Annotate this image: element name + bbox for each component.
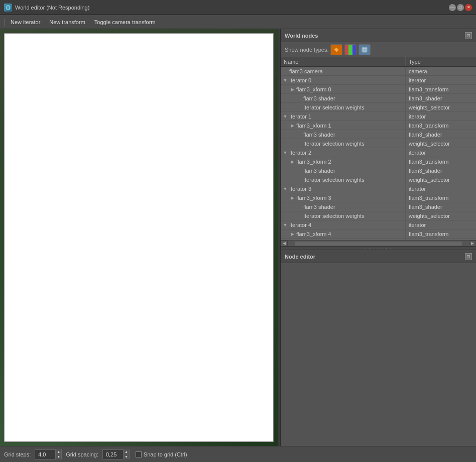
tree-row[interactable]: ▼Iterator 1iterator [281, 112, 476, 121]
tree-row[interactable]: flam3 shaderflam3_shader [281, 166, 476, 175]
tree-cell-name: ▼Iterator 0 [281, 76, 406, 84]
tree-row[interactable]: ▶flam3_xform 4flam3_transform [281, 229, 476, 239]
grid-steps-up-button[interactable]: ▲ [55, 449, 61, 454]
scrollbar-track[interactable] [295, 242, 462, 246]
grid-spacing-spinner[interactable]: 0,25 ▲ ▼ [102, 449, 130, 459]
tree-row[interactable]: ▼Iterator 3iterator [281, 184, 476, 193]
tree-cell-name: ▶flam3_xform 3 [281, 193, 406, 202]
grid-steps-down-button[interactable]: ▼ [55, 454, 61, 459]
tree-node-name: flam3_xform 0 [296, 86, 331, 92]
tree-node-name: flam3 shader [303, 95, 335, 101]
world-nodes-header: World nodes ⊡ [281, 29, 476, 42]
world-nodes-expand-button[interactable]: ⊡ [465, 32, 472, 39]
tree-node-name: Iterator 3 [289, 186, 311, 192]
tree-node-name: Iterator selection weights [303, 177, 365, 183]
node-type-color-button[interactable] [344, 44, 356, 55]
collapse-icon[interactable]: ▶ [290, 87, 295, 92]
tree-row[interactable]: ▶flam3_xform 0flam3_transform [281, 85, 476, 94]
tree-cell-type: flam3_transform [406, 86, 476, 92]
tree-row[interactable]: Iterator selection weightsweights_select… [281, 211, 476, 220]
node-type-orange-button[interactable] [330, 44, 342, 55]
tree-cell-type: flam3_shader [406, 204, 476, 210]
collapse-icon[interactable]: ▶ [290, 195, 295, 200]
tree-row[interactable]: flam3 cameracamera [281, 67, 476, 76]
menu-bar: New iterator New transform Toggle camera… [0, 15, 476, 29]
collapse-icon[interactable]: ▼ [283, 186, 288, 191]
canvas-content[interactable] [4, 33, 274, 442]
tree-row[interactable]: Iterator selection weightsweights_select… [281, 139, 476, 148]
tree-cell-type: flam3_shader [406, 132, 476, 138]
grid-spacing-down-button[interactable]: ▼ [123, 454, 129, 459]
tree-node-name: flam3 camera [289, 68, 323, 74]
menu-item-new-transform[interactable]: New transform [45, 18, 89, 27]
grid-spacing-up-button[interactable]: ▲ [123, 449, 129, 454]
collapse-icon[interactable]: ▶ [290, 232, 295, 237]
collapse-icon[interactable]: ▶ [290, 123, 295, 128]
tree-cell-type: iterator [406, 186, 476, 192]
node-type-cube-button[interactable] [359, 44, 371, 55]
grid-steps-spinner[interactable]: 4,0 ▲ ▼ [35, 449, 62, 459]
maximize-button[interactable]: □ [457, 4, 464, 11]
node-editor-expand-button[interactable]: ⊡ [465, 253, 472, 260]
tree-row[interactable]: flam3 shaderflam3_shader [281, 202, 476, 211]
tree-cell-type: iterator [406, 77, 476, 83]
tree-row[interactable]: Iterator selection weightsweights_select… [281, 175, 476, 184]
tree-row[interactable]: ▼Iterator 2iterator [281, 148, 476, 157]
status-bar: Grid steps: 4,0 ▲ ▼ Grid spacing: 0,25 ▲… [0, 446, 476, 462]
tree-cell-name: ▶flam3_xform 2 [281, 157, 406, 166]
tree-col-type-header: Type [406, 57, 476, 66]
tree-node-name: flam3 shader [303, 132, 335, 138]
grid-spacing-buttons: ▲ ▼ [123, 449, 129, 459]
tree-node-name: Iterator 1 [289, 113, 311, 120]
scroll-right-button[interactable]: ▶ [469, 241, 476, 247]
tree-node-name: flam3_xform 3 [296, 195, 331, 201]
tree-cell-type: flam3_shader [406, 168, 476, 174]
tree-row[interactable]: ▶flam3_xform 3flam3_transform [281, 193, 476, 202]
tree-row[interactable]: ▶flam3_xform 2flam3_transform [281, 157, 476, 166]
menu-item-toggle-camera[interactable]: Toggle camera transform [90, 18, 160, 27]
collapse-icon[interactable]: ▼ [283, 150, 288, 155]
tree-node-name: flam3 shader [303, 204, 335, 210]
tree-cell-type: weights_selector [406, 177, 476, 183]
tree-cell-name: ▼Iterator 3 [281, 184, 406, 193]
tree-col-name-header: Name [281, 57, 406, 66]
collapse-icon[interactable]: ▶ [290, 159, 295, 164]
tree-row[interactable]: flam3 shaderflam3_shader [281, 94, 476, 103]
panel-resize-handle[interactable]: · · · · · · · [281, 246, 476, 250]
title-bar: World editor (Not Responding) — □ ✕ [0, 0, 476, 15]
tree-cell-type: flam3_shader [406, 95, 476, 101]
tree-cell-type: flam3_transform [406, 123, 476, 129]
tree-cell-type: weights_selector [406, 104, 476, 110]
node-editor-panel: Node editor ⊡ [281, 250, 476, 446]
collapse-icon[interactable]: ▼ [283, 114, 288, 119]
grid-spacing-value: 0,25 [103, 450, 123, 459]
scroll-left-button[interactable]: ◀ [281, 241, 288, 247]
tree-row[interactable]: ▼Iterator 4iterator [281, 220, 476, 229]
tree-node-name: flam3 shader [303, 168, 335, 174]
tree-cell-name: Iterator selection weights [281, 175, 406, 184]
tree-cell-name: flam3 shader [281, 94, 406, 102]
svg-point-0 [5, 5, 11, 11]
collapse-icon[interactable]: ▼ [283, 222, 288, 227]
tree-row[interactable]: Iterator selection weightsweights_select… [281, 103, 476, 112]
collapse-icon[interactable]: ▼ [283, 78, 288, 83]
menu-item-new-iterator[interactable]: New iterator [7, 18, 44, 27]
tree-horizontal-scrollbar[interactable]: ◀ ▶ [281, 240, 476, 246]
tree-node-name: Iterator 2 [289, 150, 311, 156]
tree-node-name: Iterator selection weights [303, 213, 365, 219]
tree-cell-name: flam3 shader [281, 130, 406, 139]
tree-cell-name: flam3 camera [281, 67, 406, 75]
tree-cell-type: weights_selector [406, 141, 476, 147]
tree-node-name: flam3_xform 4 [296, 231, 331, 237]
tree-cell-name: ▼Iterator 1 [281, 112, 406, 121]
tree-row[interactable]: ▼Iterator 0iterator [281, 76, 476, 85]
minimize-button[interactable]: — [449, 4, 456, 11]
close-button[interactable]: ✕ [465, 4, 472, 11]
snap-to-grid-area[interactable]: Snap to grid (Ctrl) [136, 451, 187, 457]
grid-steps-label: Grid steps: [4, 451, 31, 457]
tree-row[interactable]: ▶flam3_xform 1flam3_transform [281, 121, 476, 130]
tree-row[interactable]: flam3 shaderflam3_shader [281, 130, 476, 139]
tree-node-name: flam3_xform 2 [296, 159, 331, 165]
snap-to-grid-checkbox[interactable] [136, 451, 142, 457]
tree-container[interactable]: flam3 cameracamera▼Iterator 0iterator▶fl… [281, 67, 476, 240]
